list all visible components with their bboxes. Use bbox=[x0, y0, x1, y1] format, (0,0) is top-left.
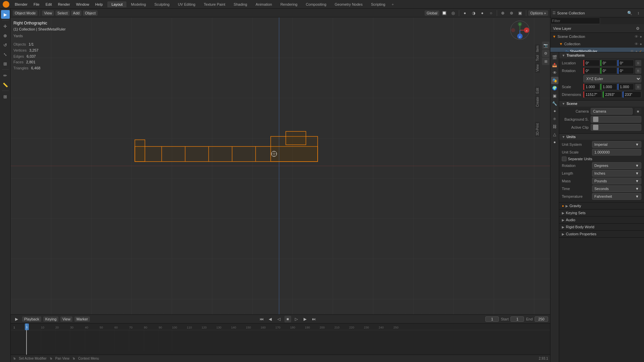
viewport-camera-icon[interactable]: 📷 bbox=[542, 42, 549, 49]
pivot-select[interactable]: Global bbox=[425, 10, 439, 16]
edit-label[interactable]: Edit bbox=[535, 86, 540, 95]
prop-tab-data[interactable]: △ bbox=[551, 131, 558, 138]
camera-color-swatch[interactable]: ■ bbox=[635, 108, 641, 115]
mass-value[interactable]: Pounds ▼ bbox=[592, 178, 641, 184]
tab-scripting[interactable]: Scripting bbox=[367, 1, 389, 7]
scene-header[interactable]: ▼ Scene bbox=[559, 101, 644, 107]
separate-units-checkbox[interactable] bbox=[562, 157, 567, 161]
audio-header[interactable]: ▶ Audio bbox=[559, 217, 644, 223]
start-frame-input[interactable]: 1 bbox=[511, 316, 524, 322]
solid-mode-icon[interactable]: ● bbox=[479, 9, 486, 17]
tab-uv-editing[interactable]: UV Editing bbox=[174, 1, 199, 7]
select-menu-btn[interactable]: Select bbox=[55, 10, 70, 16]
object-menu-btn[interactable]: Object bbox=[83, 10, 98, 16]
view-layer-settings-icon[interactable]: ⚙ bbox=[634, 25, 641, 32]
play-back-btn[interactable]: ◁ bbox=[276, 316, 282, 322]
rot-x-field[interactable]: 0° bbox=[583, 67, 600, 74]
current-frame-input[interactable]: 1 bbox=[485, 316, 499, 322]
timeline-ruler-area[interactable]: 1 1 10 20 30 40 50 60 bbox=[11, 323, 550, 355]
object-item[interactable]: ▷ SheetMetalRuler 👁 ● ✓ bbox=[550, 48, 644, 52]
viewport-settings-icon[interactable]: ⚙ bbox=[542, 50, 549, 57]
move-tool-icon[interactable]: ⊕ bbox=[1, 31, 10, 40]
tab-texture-paint[interactable]: Texture Paint bbox=[200, 1, 229, 7]
3d-viewport[interactable]: Right Orthographic (1) Collection | Shee… bbox=[11, 17, 550, 314]
snap-icon[interactable]: 🔲 bbox=[441, 9, 448, 17]
wireframe-mode-icon[interactable]: ○ bbox=[487, 9, 495, 17]
rot-z-field[interactable]: 0° bbox=[618, 67, 634, 74]
rotate-tool-icon[interactable]: ↺ bbox=[1, 41, 10, 49]
tab-add-button[interactable]: + bbox=[390, 2, 396, 7]
tool-label[interactable]: Tool bbox=[535, 54, 540, 63]
rot-copy-btn[interactable]: ⎘ bbox=[635, 68, 641, 74]
nav-gizmo[interactable]: X Y Z bbox=[510, 20, 530, 41]
menu-help[interactable]: Help bbox=[93, 2, 106, 7]
prop-tab-object[interactable]: ▣ bbox=[551, 92, 558, 100]
prop-tab-constraints[interactable]: ⛓ bbox=[551, 123, 558, 130]
temperature-value[interactable]: Fahrenheit ▼ bbox=[592, 193, 641, 200]
outliner-search-input[interactable] bbox=[550, 17, 600, 24]
scale-tool-icon[interactable]: ⤡ bbox=[1, 50, 10, 59]
tab-sculpting[interactable]: Sculpting bbox=[150, 1, 173, 7]
keying-menu-btn[interactable]: Keying bbox=[43, 316, 59, 322]
loc-x-field[interactable]: 0° bbox=[583, 60, 600, 66]
prop-tab-material[interactable]: ● bbox=[551, 138, 558, 146]
play-btn[interactable]: ▷ bbox=[293, 316, 300, 322]
rigid-body-header[interactable]: ▶ Rigid Body World bbox=[559, 224, 644, 230]
dim-x-field[interactable]: 11517" bbox=[583, 91, 602, 98]
measure-tool-icon[interactable]: 📏 bbox=[1, 80, 10, 89]
timeline-editor-icon[interactable]: ▶ bbox=[13, 315, 20, 323]
tab-shading[interactable]: Shading bbox=[230, 1, 251, 7]
scale-copy-btn[interactable]: ⎘ bbox=[635, 84, 641, 90]
custom-props-header[interactable]: ▶ Custom Properties bbox=[559, 231, 644, 237]
xray-icon[interactable]: ▣ bbox=[517, 9, 524, 17]
next-keyframe-btn[interactable]: ▶ bbox=[302, 316, 309, 322]
overlay-icon[interactable]: ⊛ bbox=[508, 9, 515, 17]
unit-scale-value[interactable]: 1.000000 bbox=[592, 149, 641, 156]
loc-z-field[interactable]: 0° bbox=[618, 60, 634, 66]
options-btn[interactable]: Options » bbox=[528, 10, 548, 16]
collection-item[interactable]: ▼ Collection 👁 ● bbox=[550, 40, 644, 48]
render-mode-icon[interactable]: ● bbox=[461, 9, 469, 17]
prop-tab-modifier[interactable]: 🔧 bbox=[551, 100, 558, 107]
tab-modeling[interactable]: Modeling bbox=[127, 1, 150, 7]
scale-z-field[interactable]: 1.000 bbox=[618, 83, 634, 90]
prop-tab-scene[interactable]: 🎭 bbox=[551, 77, 558, 84]
playback-menu-btn[interactable]: Playback bbox=[22, 316, 41, 322]
units-header[interactable]: ▼ Units bbox=[559, 134, 644, 140]
add-menu-btn[interactable]: Add bbox=[71, 10, 82, 16]
dim-z-field[interactable]: 233" bbox=[623, 91, 641, 98]
transform-header[interactable]: ▼ Transform bbox=[559, 52, 644, 58]
loc-y-field[interactable]: 0° bbox=[600, 60, 617, 66]
cursor-tool-icon[interactable]: ✛ bbox=[1, 22, 10, 31]
scale-y-field[interactable]: 1.000 bbox=[600, 83, 617, 90]
camera-value[interactable]: Camera bbox=[591, 108, 633, 115]
menu-file[interactable]: File bbox=[31, 2, 42, 7]
prop-tab-world[interactable]: 🌍 bbox=[551, 84, 558, 92]
prop-tab-physics[interactable]: ⚛ bbox=[551, 115, 558, 123]
scene-collection-item[interactable]: ▼ Scene Collection 👁 ● bbox=[550, 33, 644, 40]
transform-tool-icon[interactable]: ⊞ bbox=[1, 59, 10, 68]
material-preview-icon[interactable]: ◑ bbox=[470, 9, 477, 17]
rotation-unit-value[interactable]: Degrees ▼ bbox=[592, 162, 641, 169]
marker-menu-btn[interactable]: Marker bbox=[74, 316, 90, 322]
jump-end-btn[interactable]: ⏭ bbox=[311, 316, 317, 322]
jump-start-btn[interactable]: ⏮ bbox=[258, 316, 265, 322]
outliner-sync-icon[interactable]: ↕ bbox=[635, 9, 642, 17]
prop-tab-view-layer[interactable]: 👁 bbox=[551, 69, 558, 76]
tab-geometry-nodes[interactable]: Geometry Nodes bbox=[331, 1, 367, 7]
menu-blender[interactable]: Blender bbox=[12, 2, 30, 7]
gizmo-toggle-icon[interactable]: ⊕ bbox=[499, 9, 506, 17]
create-label[interactable]: Create bbox=[535, 96, 540, 109]
menu-render[interactable]: Render bbox=[55, 2, 73, 7]
3dprint-label[interactable]: 3D-Print bbox=[535, 122, 540, 137]
end-frame-input[interactable]: 250 bbox=[535, 316, 548, 322]
rot-y-field[interactable]: 0° bbox=[600, 67, 617, 74]
scale-x-field[interactable]: 1.000 bbox=[583, 83, 600, 90]
unit-system-value[interactable]: Imperial ▼ bbox=[592, 141, 641, 148]
tl-view-menu-btn[interactable]: View bbox=[60, 316, 72, 322]
select-tool-icon[interactable]: ▶ bbox=[1, 10, 10, 19]
tab-animation[interactable]: Animation bbox=[252, 1, 276, 7]
prop-tab-particles[interactable]: ✦ bbox=[551, 108, 558, 115]
prop-tab-output[interactable]: 📤 bbox=[551, 61, 558, 69]
background-value[interactable] bbox=[591, 116, 641, 123]
